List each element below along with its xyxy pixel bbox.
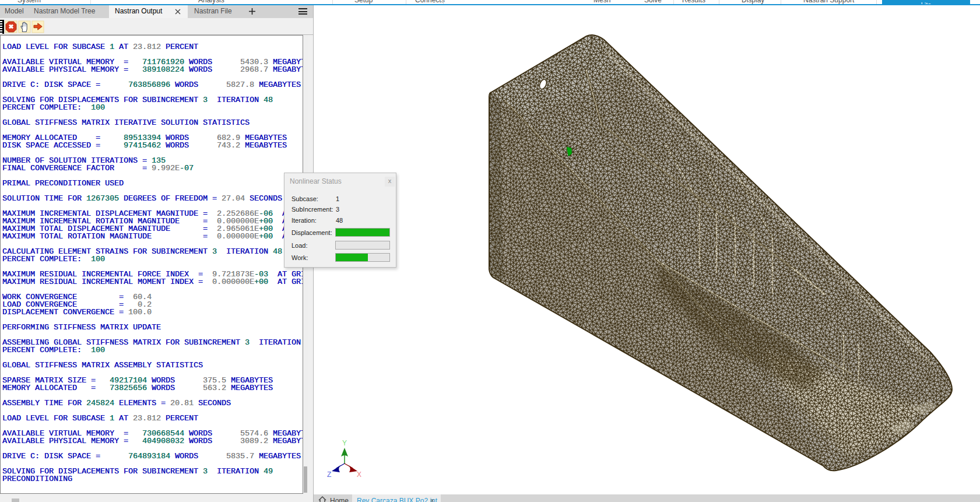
svg-text:Z: Z — [327, 471, 331, 479]
svg-text:X: X — [357, 471, 361, 479]
svg-text:Y: Y — [342, 439, 347, 447]
